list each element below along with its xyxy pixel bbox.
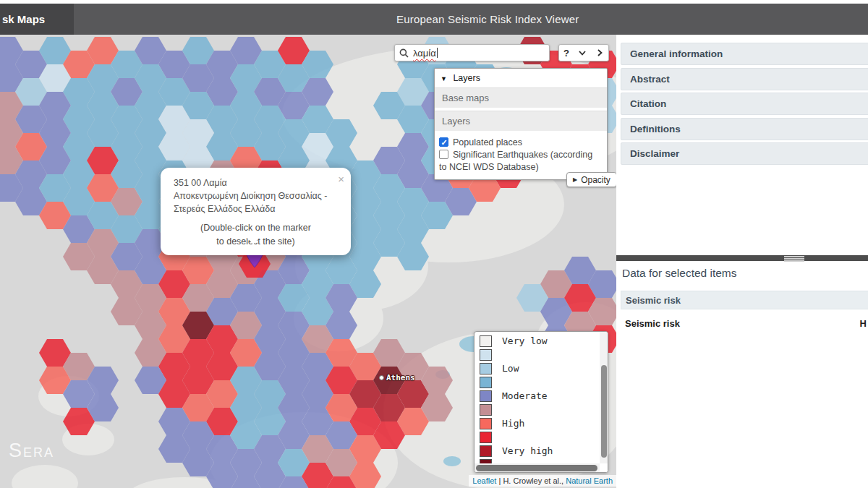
legend-label: Very high bbox=[502, 445, 553, 456]
panel-resize-divider[interactable] bbox=[616, 255, 868, 261]
legend-row: Very high bbox=[480, 444, 553, 458]
legend-swatch bbox=[480, 404, 492, 416]
search-value: λαμία bbox=[413, 48, 436, 59]
risk-legend: Very lowLowModerateHighVery high bbox=[474, 331, 608, 473]
top-bar: sk Maps European Seismic Risk Index View… bbox=[0, 4, 868, 35]
text-caret bbox=[437, 48, 438, 58]
legend-scrollbar-corner bbox=[600, 463, 608, 472]
layers-section[interactable]: Layers bbox=[435, 111, 607, 131]
legend-label: Moderate bbox=[502, 390, 548, 401]
expand-triangle-icon: ▶ bbox=[573, 176, 577, 183]
chevron-down-icon[interactable] bbox=[578, 48, 587, 57]
data-value-row: Seismic risk H bbox=[621, 316, 867, 330]
legend-row bbox=[480, 430, 553, 444]
athens-label: Athens bbox=[386, 373, 415, 382]
accordion-item-disclaimer[interactable]: Disclaimer bbox=[621, 142, 868, 165]
legend-row bbox=[480, 348, 553, 361]
data-group-header[interactable]: Seismic risk bbox=[621, 291, 868, 309]
layers-panel: ▼ Layers Base maps Layers Populated plac… bbox=[434, 68, 608, 180]
layers-panel-title: Layers bbox=[453, 73, 480, 83]
info-accordion: General informationAbstractCitationDefin… bbox=[621, 43, 868, 168]
checked-checkbox-icon[interactable] bbox=[439, 137, 448, 147]
unchecked-checkbox-icon[interactable] bbox=[439, 150, 448, 159]
layer-checkbox-label: Significant Earthquakes (according to NC… bbox=[439, 150, 592, 172]
legend-swatch bbox=[480, 445, 492, 457]
attribution-credit: H. Crowley et al., bbox=[503, 476, 566, 485]
map-canvas[interactable]: SERA Athens × 351 00 Λαμία Αποκεντρωμένη… bbox=[0, 35, 616, 488]
legend-horizontal-scrollbar[interactable] bbox=[475, 463, 608, 472]
athens-place-marker[interactable]: Athens bbox=[379, 373, 415, 382]
legend-swatch bbox=[480, 363, 492, 374]
popup-tail bbox=[242, 232, 265, 244]
layer-checkbox-row[interactable]: Populated places bbox=[439, 137, 603, 149]
accordion-item-definitions[interactable]: Definitions bbox=[621, 118, 868, 140]
legend-swatch bbox=[480, 418, 492, 429]
app-window: sk Maps European Seismic Risk Index View… bbox=[0, 0, 868, 488]
legend-row: Moderate bbox=[480, 389, 553, 403]
help-button[interactable]: ? bbox=[563, 48, 569, 58]
legend-label: High bbox=[502, 418, 524, 429]
natural-earth-link[interactable]: Natural Earth bbox=[566, 476, 613, 485]
drag-handle-icon bbox=[784, 256, 804, 262]
opacity-button[interactable]: ▶ Opacity bbox=[566, 172, 616, 187]
sera-watermark: SERA bbox=[9, 440, 54, 462]
search-input[interactable]: λαμία bbox=[394, 44, 550, 61]
map-attribution: Leaflet | H. Crowley et al., Natural Ear… bbox=[469, 475, 616, 487]
legend-label: Low bbox=[502, 363, 519, 374]
popup-postcode-line: 351 00 Λαμία bbox=[174, 176, 338, 189]
base-maps-section[interactable]: Base maps bbox=[435, 87, 607, 108]
data-section-title: Data for selected items bbox=[622, 267, 737, 280]
page-title: European Seismic Risk Index Viewer bbox=[396, 4, 579, 35]
legend-vertical-scrollbar[interactable] bbox=[600, 332, 608, 465]
search-button-group: ? bbox=[558, 44, 609, 61]
legend-swatch bbox=[480, 377, 492, 388]
legend-swatch bbox=[480, 390, 492, 402]
populated-place-dot-icon bbox=[379, 375, 384, 380]
legend-row: High bbox=[480, 416, 553, 430]
data-row-value: H bbox=[860, 318, 867, 329]
legend-swatch bbox=[480, 432, 492, 443]
legend-swatch bbox=[480, 335, 492, 347]
chevron-right-icon[interactable] bbox=[595, 48, 604, 57]
leaflet-link[interactable]: Leaflet bbox=[472, 476, 496, 485]
accordion-item-general-information[interactable]: General information bbox=[621, 43, 868, 65]
legend-row: Very low bbox=[480, 334, 553, 348]
popup-close-icon[interactable]: × bbox=[338, 171, 344, 187]
legend-row bbox=[480, 375, 553, 389]
popup-region-line: Αποκεντρωμένη Διοίκηση Θεσσαλίας - Στερε… bbox=[174, 189, 338, 215]
legend-row: Low bbox=[480, 361, 553, 375]
app-logo[interactable]: sk Maps bbox=[0, 4, 74, 35]
info-sidebar: General informationAbstractCitationDefin… bbox=[616, 35, 868, 488]
layer-checkbox-label: Populated places bbox=[453, 137, 522, 147]
opacity-button-label: Opacity bbox=[581, 175, 610, 185]
collapse-triangle-icon: ▼ bbox=[441, 75, 447, 82]
legend-label: Very low bbox=[502, 335, 548, 346]
search-icon bbox=[399, 48, 409, 58]
data-row-label: Seismic risk bbox=[625, 318, 680, 329]
accordion-item-citation[interactable]: Citation bbox=[621, 93, 868, 115]
legend-items: Very lowLowModerateHighVery high bbox=[480, 334, 553, 471]
layers-panel-header[interactable]: ▼ Layers bbox=[435, 69, 607, 87]
layer-checkbox-row[interactable]: Significant Earthquakes (according to NC… bbox=[439, 149, 603, 174]
accordion-item-abstract[interactable]: Abstract bbox=[621, 68, 868, 90]
app-logo-label: sk Maps bbox=[0, 13, 45, 25]
legend-row bbox=[480, 403, 553, 416]
legend-swatch bbox=[480, 349, 492, 361]
